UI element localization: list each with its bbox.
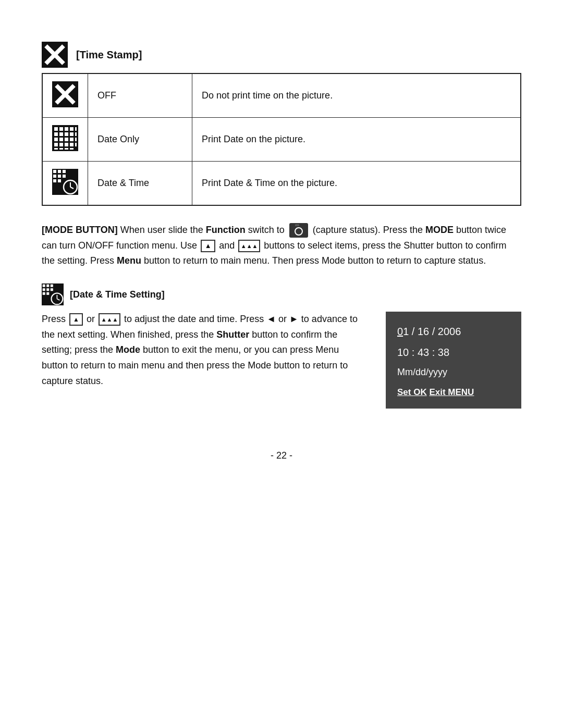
svg-rect-54 bbox=[46, 288, 49, 291]
date-only-description: Print Date on the picture. bbox=[192, 118, 521, 162]
multi-person-icon: ▲▲▲ bbox=[238, 240, 260, 252]
date-only-icon bbox=[52, 125, 78, 151]
table-row: Date Only Print Date on the picture. bbox=[42, 118, 521, 162]
svg-rect-11 bbox=[75, 127, 77, 131]
shutter-word: Shutter bbox=[216, 329, 249, 340]
function-word: Function bbox=[206, 225, 246, 235]
svg-rect-36 bbox=[58, 175, 61, 178]
date-time-setting-icon bbox=[42, 283, 64, 305]
dt-up-icon: ▲ bbox=[69, 313, 83, 326]
svg-rect-7 bbox=[54, 127, 58, 131]
date-time-setting-title: [Date & Time Setting] bbox=[70, 289, 165, 300]
svg-rect-16 bbox=[75, 132, 77, 136]
svg-rect-28 bbox=[59, 148, 63, 150]
svg-rect-53 bbox=[43, 288, 45, 291]
svg-rect-22 bbox=[54, 143, 58, 146]
exit-label: Exit bbox=[429, 387, 448, 397]
date-time-icon bbox=[52, 169, 78, 195]
svg-rect-19 bbox=[65, 138, 68, 141]
display-time: 10 : 43 : 38 bbox=[397, 342, 510, 363]
svg-rect-10 bbox=[70, 127, 74, 131]
dt-multi-icon: ▲▲▲ bbox=[99, 313, 120, 326]
svg-rect-51 bbox=[46, 285, 49, 287]
svg-rect-14 bbox=[65, 132, 68, 136]
date-time-description: Print Date & Time on the picture. bbox=[192, 162, 521, 206]
display-date: 01 / 16 / 2006 bbox=[397, 321, 510, 342]
svg-rect-26 bbox=[75, 143, 77, 146]
dt-text-part1: Press bbox=[42, 314, 68, 324]
time-stamp-title: [Time Stamp] bbox=[76, 49, 142, 61]
table-row: OFF Do not print time on the picture. bbox=[42, 73, 521, 118]
set-key: OK bbox=[413, 387, 427, 397]
svg-rect-25 bbox=[70, 143, 74, 146]
exit-key: MENU bbox=[448, 387, 474, 397]
svg-rect-52 bbox=[51, 285, 53, 287]
date-only-icon-cell bbox=[42, 118, 88, 162]
svg-rect-39 bbox=[58, 179, 61, 182]
date-time-setting-text: Press ▲ or ▲▲▲ to adjust the date and ti… bbox=[42, 312, 365, 389]
off-icon bbox=[52, 81, 78, 107]
svg-rect-33 bbox=[58, 170, 61, 173]
svg-rect-55 bbox=[51, 288, 53, 291]
date-time-setting-header: [Date & Time Setting] bbox=[42, 283, 521, 305]
time-stamp-table: OFF Do not print time on the picture. bbox=[42, 73, 521, 206]
display-controls: Set OK Exit MENU bbox=[397, 384, 510, 401]
date-only-label: Date Only bbox=[88, 118, 192, 162]
off-icon-cell bbox=[42, 73, 88, 118]
mode-button-text2: switch to bbox=[248, 225, 287, 235]
svg-rect-56 bbox=[43, 292, 45, 295]
svg-rect-13 bbox=[59, 132, 63, 136]
svg-rect-12 bbox=[54, 132, 58, 136]
svg-rect-24 bbox=[65, 143, 68, 146]
date-time-label: Date & Time bbox=[88, 162, 192, 206]
svg-rect-20 bbox=[70, 138, 74, 141]
menu-word: Menu bbox=[117, 255, 141, 266]
page-number: - 22 - bbox=[42, 450, 521, 461]
svg-rect-32 bbox=[53, 170, 56, 173]
svg-rect-37 bbox=[63, 175, 66, 178]
up-arrow-icon: ▲ bbox=[201, 240, 215, 252]
date-time-setting-body: Press ▲ or ▲▲▲ to adjust the date and ti… bbox=[42, 312, 521, 409]
svg-rect-15 bbox=[70, 132, 74, 136]
off-label: OFF bbox=[88, 73, 192, 118]
mode-button-label: [MODE BUTTON] bbox=[42, 225, 118, 235]
mode-word: MODE bbox=[425, 225, 454, 235]
svg-rect-9 bbox=[65, 127, 68, 131]
svg-rect-8 bbox=[59, 127, 63, 131]
mode-word2: Mode bbox=[116, 344, 140, 355]
mode-button-section: [MODE BUTTON] When user slide the Functi… bbox=[42, 223, 521, 269]
display-format: Mm/dd/yyyy bbox=[397, 363, 510, 381]
dt-text-or: or bbox=[87, 314, 97, 324]
time-stamp-header: [Time Stamp] bbox=[42, 42, 521, 68]
svg-rect-30 bbox=[70, 148, 74, 150]
date-time-display: 01 / 16 / 2006 10 : 43 : 38 Mm/dd/yyyy S… bbox=[386, 312, 521, 409]
off-description: Do not print time on the picture. bbox=[192, 73, 521, 118]
svg-rect-50 bbox=[43, 285, 45, 287]
mode-button-text7: button to return to main menu. Then pres… bbox=[144, 255, 486, 266]
date-time-icon-cell bbox=[42, 162, 88, 206]
svg-rect-21 bbox=[75, 138, 77, 141]
set-label: Set bbox=[397, 387, 413, 397]
svg-rect-34 bbox=[63, 170, 66, 173]
mode-button-text5: and bbox=[219, 240, 237, 251]
mode-button-text3: (capture status). Press the bbox=[313, 225, 425, 235]
time-stamp-header-icon bbox=[42, 42, 68, 68]
svg-rect-23 bbox=[59, 143, 63, 146]
svg-rect-27 bbox=[54, 148, 58, 150]
svg-rect-17 bbox=[54, 138, 58, 141]
svg-rect-29 bbox=[65, 148, 68, 150]
mode-button-text1: When user slide the bbox=[120, 225, 206, 235]
svg-rect-57 bbox=[46, 292, 49, 295]
camera-icon bbox=[289, 223, 308, 238]
svg-rect-18 bbox=[59, 138, 63, 141]
svg-rect-38 bbox=[53, 179, 56, 182]
svg-rect-35 bbox=[53, 175, 56, 178]
table-row: Date & Time Print Date & Time on the pic… bbox=[42, 162, 521, 206]
